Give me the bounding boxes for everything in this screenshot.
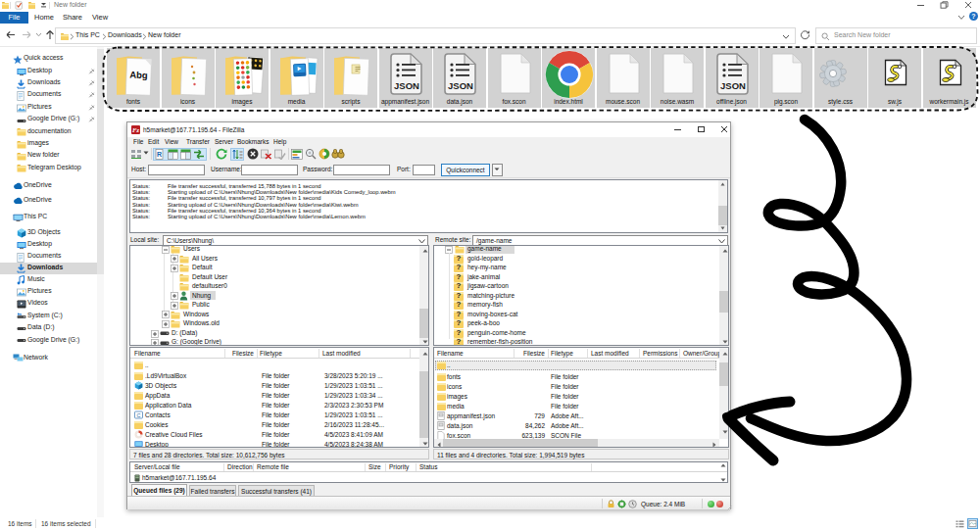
svg-text:R: R	[157, 151, 162, 158]
svg-text:Fz: Fz	[132, 126, 139, 133]
svg-text:C: C	[137, 412, 141, 418]
